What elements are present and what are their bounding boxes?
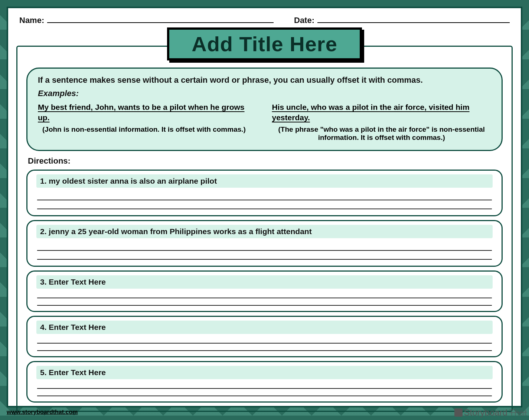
example-2-sentence: His uncle, who was a pilot in the air fo…: [272, 102, 492, 123]
examples-row: My best friend, John, wants to be a pilo…: [38, 102, 491, 142]
examples-label: Examples:: [38, 89, 491, 98]
question-box-2: 2. jenny a 25 year-old woman from Philip…: [26, 220, 503, 267]
answer-line[interactable]: [37, 202, 492, 209]
brand-text-right: That: [509, 407, 527, 418]
question-4-text[interactable]: 4. Enter Text Here: [36, 321, 493, 334]
name-input-line[interactable]: [47, 15, 274, 23]
title-container: Add Title Here: [8, 27, 521, 60]
instruction-intro: If a sentence makes sense without a cert…: [38, 75, 491, 85]
date-input-line[interactable]: [317, 15, 510, 23]
question-5-text[interactable]: 5. Enter Text Here: [36, 366, 493, 379]
answer-line[interactable]: [37, 243, 492, 251]
example-2: His uncle, who was a pilot in the air fo…: [272, 102, 492, 142]
answer-line[interactable]: [37, 292, 492, 298]
brand-icon: [454, 408, 463, 417]
header-row: Name: Date:: [8, 8, 521, 28]
name-field: Name:: [19, 15, 279, 25]
answer-line[interactable]: [37, 300, 492, 306]
question-box-5: 5. Enter Text Here: [26, 361, 503, 403]
answer-line[interactable]: [37, 383, 492, 389]
answer-line[interactable]: [37, 390, 492, 396]
main-panel: If a sentence makes sense without a cert…: [16, 46, 513, 412]
date-label: Date:: [294, 16, 314, 25]
directions-label: Directions:: [28, 156, 504, 166]
date-field: Date:: [294, 15, 510, 25]
footer-brand: Storyboard That: [454, 407, 527, 418]
question-box-3: 3. Enter Text Here: [26, 270, 503, 312]
answer-line[interactable]: [37, 193, 492, 200]
footer-url: www.storyboardthat.com: [7, 409, 78, 416]
worksheet-title[interactable]: Add Title Here: [167, 27, 362, 60]
answer-line[interactable]: [37, 345, 492, 351]
worksheet-page: Name: Date: Add Title Here If a sentence…: [7, 7, 522, 407]
example-1: My best friend, John, wants to be a pilo…: [38, 102, 257, 142]
answer-line[interactable]: [37, 252, 492, 260]
question-box-1: 1. my oldest sister anna is also an airp…: [26, 170, 503, 216]
brand-text-left: Storyboard: [464, 407, 507, 418]
question-1-text[interactable]: 1. my oldest sister anna is also an airp…: [36, 174, 493, 188]
answer-line[interactable]: [37, 338, 492, 344]
example-1-note: (John is non-essential information. It i…: [38, 125, 257, 134]
question-2-text[interactable]: 2. jenny a 25 year-old woman from Philip…: [36, 225, 493, 238]
name-label: Name:: [19, 16, 44, 25]
instruction-box: If a sentence makes sense without a cert…: [26, 68, 503, 151]
example-2-note: (The phrase "who was a pilot in the air …: [272, 125, 492, 142]
question-3-text[interactable]: 3. Enter Text Here: [36, 275, 493, 289]
example-1-sentence: My best friend, John, wants to be a pilo…: [38, 102, 257, 123]
question-box-4: 4. Enter Text Here: [26, 316, 503, 357]
